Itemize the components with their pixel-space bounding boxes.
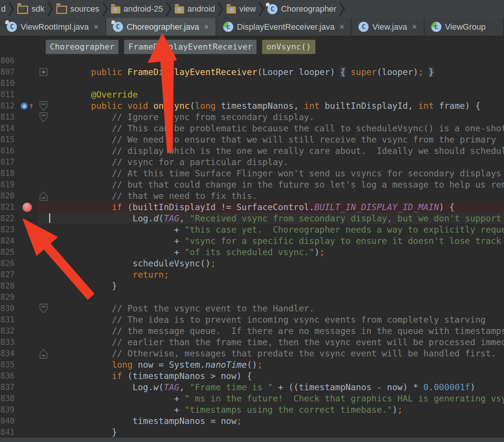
line-number: 816 <box>0 145 17 156</box>
code-line[interactable]: 806 <box>0 55 504 66</box>
nav-chip-framedisplayeventreceiver[interactable]: FrameDisplayEventReceiver <box>124 40 256 54</box>
code-line[interactable]: 813 // Ignore vsync from secondary displ… <box>0 111 504 123</box>
breadcrumb-item[interactable]: android <box>174 4 216 14</box>
code-line[interactable]: 822 Log.d(TAG, "Received vsync from seco… <box>0 213 504 224</box>
code-token: timestampNanos = now <box>50 416 237 426</box>
code-line[interactable]: 818 // At this time Surface Flinger won'… <box>0 168 504 179</box>
code-text: // At this time Surface Flinger won't se… <box>50 168 504 179</box>
code-text: + "timestamps using the correct timebase… <box>50 404 504 415</box>
code-token: } <box>50 281 117 291</box>
gutter-icons <box>17 89 38 100</box>
code-line[interactable]: 817 // vsync for a particular display. <box>0 156 504 168</box>
tab-close-icon[interactable]: × <box>204 23 209 31</box>
code-line[interactable]: 810 <box>0 78 504 89</box>
code-line[interactable]: 828 } <box>0 280 504 292</box>
code-text: if (builtInDisplayId != SurfaceControl.B… <box>50 201 504 213</box>
line-number: 815 <box>0 134 17 145</box>
fold-start-icon[interactable] <box>39 101 48 111</box>
code-text: // vsync for a particular display. <box>50 156 504 168</box>
gutter-icons <box>17 280 38 292</box>
tab-close-icon[interactable]: × <box>94 23 99 31</box>
code-line[interactable]: 816 // display which is the one we reall… <box>0 145 504 156</box>
code-line[interactable]: 838 + " ms in the future! Check that gra… <box>0 393 504 404</box>
fold-column <box>38 382 50 393</box>
tab-viewgroup[interactable]: cViewGroup <box>424 18 504 36</box>
code-text: public FrameDisplayEventReceiver(Looper … <box>50 66 504 78</box>
code-line[interactable]: 827 return; <box>0 269 504 280</box>
fold-column <box>38 370 50 382</box>
code-token: onVsync <box>153 101 190 111</box>
folded-region-icon[interactable] <box>39 68 48 76</box>
tab-close-icon[interactable]: × <box>339 23 344 31</box>
code-line[interactable]: 837 Log.w(TAG, "Frame time is " + ((time… <box>0 382 504 393</box>
code-line[interactable]: 840 timestampNanos = now; <box>0 415 504 427</box>
fold-start-icon[interactable] <box>39 112 48 122</box>
code-token <box>50 146 112 156</box>
fold-start-icon[interactable] <box>39 304 48 314</box>
tab-label: ViewRootImpl.java <box>21 22 89 32</box>
code-line[interactable]: 835 long now = System.nanoTime(); <box>0 359 504 370</box>
code-line[interactable]: 807 public FrameDisplayEventReceiver(Loo… <box>0 66 504 78</box>
code-line[interactable]: 826 scheduleVsync(); <box>0 258 504 269</box>
comment-text: // that we need to fix this. <box>112 191 257 201</box>
code-editor[interactable]: ChoreographerFrameDisplayEventReceiveron… <box>0 36 504 437</box>
breadcrumb-item[interactable]: sdk <box>16 4 45 14</box>
code-line[interactable]: 821 if (builtInDisplayId != SurfaceContr… <box>0 201 504 213</box>
breadcrumb-item[interactable]: sources <box>55 4 100 14</box>
breadcrumb-item[interactable]: CChoreographer <box>266 4 338 14</box>
code-line[interactable]: 825 + "of its scheduled vsync."); <box>0 247 504 258</box>
code-token <box>50 67 91 77</box>
code-token: ; <box>418 67 423 77</box>
breadcrumb-item[interactable]: android-25 <box>110 4 164 14</box>
breadcrumb-label: Choreographer <box>281 4 336 14</box>
code-line[interactable]: 841 } <box>0 427 504 437</box>
fold-column <box>38 325 50 337</box>
code-line[interactable]: 833 // earlier than the frame time, then… <box>0 337 504 348</box>
code-line[interactable]: 811 @Override <box>0 89 504 100</box>
code-line[interactable]: 830 // Post the vsync event to the Handl… <box>0 303 504 314</box>
fold-end-icon[interactable] <box>39 191 48 201</box>
comment-text: // This can be problematic because the c… <box>112 123 504 133</box>
gutter-icons <box>17 314 38 325</box>
code-line[interactable]: 819 // but that could change in the futu… <box>0 179 504 190</box>
tab-displayeventreceiver-java[interactable]: cDisplayEventReceiver.java× <box>216 18 351 36</box>
code-line[interactable]: 829 <box>0 292 504 303</box>
nav-chip-choreographer[interactable]: Choreographer <box>46 40 118 54</box>
code-line[interactable]: 815 // We need to ensure that we will st… <box>0 134 504 145</box>
code-line[interactable]: 820 // that we need to fix this. <box>0 190 504 201</box>
gutter-icons <box>17 66 38 78</box>
comment-text: // Post the vsync event to the Handler. <box>112 304 314 313</box>
line-number: 828 <box>0 280 17 292</box>
line-number: 825 <box>0 247 17 258</box>
code-area[interactable]: 806807 public FrameDisplayEventReceiver(… <box>0 55 504 437</box>
breakpoint-icon[interactable] <box>22 203 32 212</box>
code-line[interactable]: 814 // This can be problematic because t… <box>0 123 504 134</box>
code-text: public void onVsync(long timestampNanos,… <box>50 100 504 111</box>
tab-close-icon[interactable]: × <box>412 23 417 31</box>
code-token <box>122 101 128 111</box>
gutter-icons <box>17 134 38 145</box>
code-line[interactable]: 831 // The idea is to prevent incoming v… <box>0 314 504 325</box>
nav-chip-onvsync[interactable]: onVsync() <box>262 40 315 54</box>
code-token <box>50 349 112 358</box>
comment-text: // vsync for a particular display. <box>112 157 288 167</box>
line-number: 824 <box>0 235 17 247</box>
code-line[interactable]: 834 // Otherwise, messages that predate … <box>0 348 504 359</box>
tab-choreographer-java[interactable]: CChoreographer.java× <box>106 18 216 36</box>
code-text <box>50 78 504 89</box>
code-token: Log. <box>50 382 153 392</box>
breadcrumb-item[interactable]: d <box>0 4 7 14</box>
breadcrumb-item[interactable]: view <box>225 4 257 14</box>
override-method-icon[interactable]: o↑ <box>21 102 33 110</box>
code-line[interactable]: 812o↑ public void onVsync(long timestamp… <box>0 100 504 111</box>
code-line[interactable]: 839 + "timestamps using the correct time… <box>0 404 504 415</box>
code-line[interactable]: 836 if (timestampNanos > now) { <box>0 370 504 382</box>
code-line[interactable]: 832 // the message queue. If there are n… <box>0 325 504 337</box>
tab-view-java[interactable]: CView.java× <box>352 18 423 36</box>
gutter-icons <box>17 168 38 179</box>
code-line[interactable]: 824 + "vsync for a specific display to e… <box>0 235 504 247</box>
fold-end-icon[interactable] <box>39 349 48 359</box>
tab-viewrootimpl-java[interactable]: CViewRootImpl.java× <box>0 18 105 36</box>
code-line[interactable]: 823 + "this case yet. Choreographer need… <box>0 224 504 235</box>
nav-breadcrumbs: ChoreographerFrameDisplayEventReceiveron… <box>46 40 315 54</box>
